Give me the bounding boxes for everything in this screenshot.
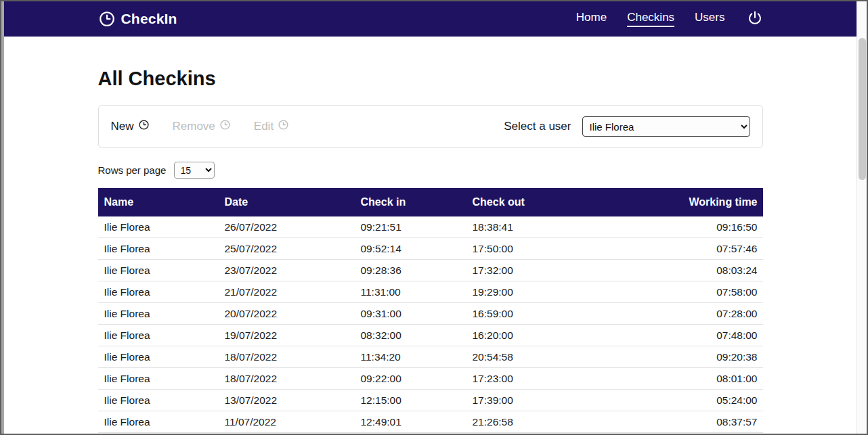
table-cell: Ilie Florea	[98, 368, 219, 390]
table-cell: 08:54:02	[355, 433, 466, 434]
table-cell: Ilie Florea	[98, 346, 219, 368]
table-cell: Ilie Florea	[98, 411, 219, 433]
table-cell: 09:16:50	[602, 216, 763, 238]
rows-per-page-label: Rows per page	[98, 164, 167, 176]
table-row[interactable]: Ilie Florea26/07/202209:21:5118:38:4109:…	[98, 216, 763, 238]
table-cell: 18/07/2022	[219, 346, 355, 368]
table-cell: 20:54:58	[466, 346, 602, 368]
scrollbar-thumb[interactable]	[859, 38, 866, 180]
table-cell: 17:23:00	[466, 368, 602, 390]
table-cell: 09:20:38	[602, 346, 763, 368]
power-icon	[747, 10, 763, 28]
table-row[interactable]: Ilie Florea23/07/202209:28:3617:32:0008:…	[98, 260, 763, 281]
table-cell: 16:20:00	[466, 325, 602, 346]
table-cell: 20:05:19	[466, 433, 602, 434]
table-cell: 07:48:00	[602, 325, 763, 346]
table-cell: 09:31:00	[355, 303, 466, 325]
table-row[interactable]: Ilie Florea18/07/202209:22:0017:23:0008:…	[98, 368, 763, 390]
user-select[interactable]: Ilie Florea	[582, 116, 750, 137]
new-checkin-button[interactable]: New	[111, 119, 150, 134]
brand-logo[interactable]: CheckIn	[98, 10, 177, 28]
table-cell: 19/07/2022	[219, 325, 355, 346]
table-cell: 09:28:36	[355, 260, 466, 281]
table-row[interactable]: Ilie Florea21/07/202211:31:0019:29:0007:…	[98, 281, 763, 303]
table-cell: Ilie Florea	[98, 303, 219, 325]
table-cell: 16:59:00	[466, 303, 602, 325]
table-cell: Ilie Florea	[98, 325, 219, 346]
table-cell: Ilie Florea	[98, 216, 219, 238]
table-cell: 17:50:00	[466, 238, 602, 260]
table-cell: 08:32:00	[355, 325, 466, 346]
table-cell: 26/07/2022	[219, 216, 355, 238]
column-header-checkout: Check out	[466, 188, 602, 216]
page-title: All Checkins	[98, 68, 763, 90]
column-header-working-time: Working time	[602, 188, 763, 216]
table-cell: 09:21:51	[355, 216, 466, 238]
table-cell: 11:11:17	[602, 433, 763, 434]
table-cell: 21:26:58	[466, 411, 602, 433]
remove-label: Remove	[173, 120, 215, 133]
table-cell: 11:34:20	[355, 346, 466, 368]
table-cell: 09/07/2022	[219, 433, 355, 434]
logout-button[interactable]	[747, 10, 763, 28]
table-cell: 07:58:00	[602, 281, 763, 303]
table-cell: 21/07/2022	[219, 281, 355, 303]
table-row[interactable]: Ilie Florea09/07/202208:54:0220:05:1911:…	[98, 433, 763, 434]
remove-checkin-button[interactable]: Remove	[173, 119, 231, 134]
rows-per-page-select[interactable]: 15	[174, 162, 215, 179]
column-header-date: Date	[219, 188, 355, 216]
table-cell: 08:03:24	[602, 260, 763, 281]
table-cell: 25/07/2022	[219, 238, 355, 260]
edit-label: Edit	[254, 120, 274, 133]
table-row[interactable]: Ilie Florea18/07/202211:34:2020:54:5809:…	[98, 346, 763, 368]
table-cell: 07:28:00	[602, 303, 763, 325]
new-label: New	[111, 120, 134, 133]
table-cell: 23/07/2022	[219, 260, 355, 281]
navbar: CheckIn Home Checkins Users	[4, 1, 856, 37]
clock-icon	[278, 119, 289, 134]
table-row[interactable]: Ilie Florea11/07/202212:49:0121:26:5808:…	[98, 411, 763, 433]
table-cell: Ilie Florea	[98, 260, 219, 281]
table-cell: Ilie Florea	[98, 390, 219, 411]
table-cell: 18:38:41	[466, 216, 602, 238]
clock-icon	[138, 119, 150, 134]
nav-item-home[interactable]: Home	[576, 11, 607, 27]
table-cell: Ilie Florea	[98, 281, 219, 303]
table-cell: 09:22:00	[355, 368, 466, 390]
table-row[interactable]: Ilie Florea13/07/202212:15:0017:39:0005:…	[98, 390, 763, 411]
select-user-label: Select a user	[504, 120, 571, 133]
table-cell: Ilie Florea	[98, 433, 219, 434]
table-cell: 11:31:00	[355, 281, 466, 303]
table-cell: 12:49:01	[355, 411, 466, 433]
table-cell: 05:24:00	[602, 390, 763, 411]
column-header-name: Name	[98, 188, 219, 216]
checkins-table: Name Date Check in Check out Working tim…	[98, 188, 763, 434]
table-cell: 09:52:14	[355, 238, 466, 260]
table-cell: 18/07/2022	[219, 368, 355, 390]
table-row[interactable]: Ilie Florea25/07/202209:52:1417:50:0007:…	[98, 238, 763, 260]
column-header-checkin: Check in	[355, 188, 466, 216]
table-cell: 20/07/2022	[219, 303, 355, 325]
edit-checkin-button[interactable]: Edit	[254, 119, 289, 134]
table-cell: 08:01:00	[602, 368, 763, 390]
table-header: Name Date Check in Check out Working tim…	[98, 188, 763, 216]
table-cell: 07:57:46	[602, 238, 763, 260]
table-row[interactable]: Ilie Florea19/07/202208:32:0016:20:0007:…	[98, 325, 763, 346]
main-content: All Checkins New Remove	[98, 37, 763, 434]
table-row[interactable]: Ilie Florea20/07/202209:31:0016:59:0007:…	[98, 303, 763, 325]
browser-window: CheckIn Home Checkins Users	[0, 0, 868, 435]
nav-item-users[interactable]: Users	[695, 11, 724, 27]
scrollbar[interactable]	[856, 1, 867, 434]
clock-icon	[98, 10, 116, 28]
table-cell: 12:15:00	[355, 390, 466, 411]
table-cell: Ilie Florea	[98, 238, 219, 260]
table-cell: 19:29:00	[466, 281, 602, 303]
clock-icon	[219, 119, 231, 134]
table-cell: 11/07/2022	[219, 411, 355, 433]
table-cell: 17:39:00	[466, 390, 602, 411]
nav-item-checkins[interactable]: Checkins	[627, 11, 674, 27]
nav-links: Home Checkins Users	[576, 10, 763, 28]
page: CheckIn Home Checkins Users	[4, 1, 856, 434]
table-cell: 17:32:00	[466, 260, 602, 281]
toolbar: New Remove	[98, 105, 763, 148]
